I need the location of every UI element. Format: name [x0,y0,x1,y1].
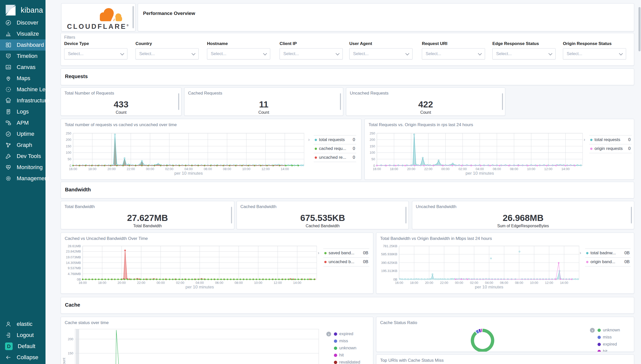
filter-select-origin-response-status[interactable]: Select... [563,48,626,59]
svg-text:10:00: 10:00 [254,281,262,285]
sidebar-item-graph[interactable]: Graph [0,140,45,151]
sidebar-item-machine-le[interactable]: Machine Le... [0,84,45,95]
svg-text:12:00: 12:00 [273,281,282,285]
legend-item-miss[interactable]: miss [326,337,369,345]
chart-bandwidth-vs-origin: Total Bandwidth vs Origin Bandwidth in M… [376,233,634,294]
legend-item-total-requests[interactable]: total requests0 [589,135,632,144]
sidebar-item-logs[interactable]: Logs [0,106,45,117]
panel-title: Top URIs with Cache Status Miss [376,355,634,364]
chart-bandwidth-over-time: Cached vs Uncached Bandwidth Over Time 0… [61,233,373,294]
filter-label: Client IP [280,41,343,46]
legend-item-hit[interactable]: hit [590,348,630,352]
chart-legend: ›saved band...0Buncached b...0B [323,248,369,266]
select-placeholder: Select... [496,51,512,56]
sidebar-item-default[interactable]: DDefault [0,341,45,352]
legend-label: origin band... [590,259,615,264]
legend-color-dot [590,139,592,141]
resize-handle[interactable] [405,207,406,223]
legend-collapse-icon[interactable]: › [308,137,310,142]
sidebar-item-canvas[interactable]: Canvas [0,62,45,73]
panel-scrollbar[interactable] [132,6,134,28]
chevron-down-icon [336,51,340,55]
sidebar-item-label: Visualize [17,31,39,37]
sidebar-item-management[interactable]: Management [0,173,45,184]
filter-select-user-agent[interactable]: Select... [349,48,413,59]
svg-text:150: 150 [370,144,375,148]
legend-label: miss [339,338,348,344]
legend-item-unknown[interactable]: unknown [326,345,369,352]
legend-collapse-icon[interactable]: › [580,250,581,256]
sidebar-item-discover[interactable]: Discover [0,17,45,28]
sidebar-footer: elasticLogoutDDefaultCollapse [0,318,45,363]
legend-color-dot [324,252,327,254]
resize-handle[interactable] [631,207,632,223]
kibana-logo-text: kibana [21,6,43,14]
bandwidth-vs-origin-chart: 0B195.313KB390.625KB585.938KB781.25KB16:… [379,243,582,290]
chart-requests-over-time: Total number of requests vs cached vs un… [61,119,361,180]
svg-text:100: 100 [370,151,375,154]
svg-text:02:00: 02:00 [176,281,185,285]
legend-item-uncached-b[interactable]: uncached b...0B [323,257,369,266]
legend-item-miss[interactable]: miss [590,334,630,341]
sidebar-item-dev-tools[interactable]: Dev Tools [0,151,45,162]
legend-item-hit[interactable]: hit [326,352,369,359]
sidebar-item-dashboard[interactable]: Dashboard [0,39,45,51]
legend-item-cached-requ[interactable]: cached requ...0 [314,144,356,153]
cache-status-ratio-donut [466,324,499,352]
svg-text:per 10 minutes: per 10 minutes [466,171,494,176]
legend-item-expired[interactable]: expired [590,341,630,348]
collapse-icon [5,354,12,361]
sidebar-item-uptime[interactable]: Uptime [0,128,45,140]
sidebar-item-visualize[interactable]: Visualize [0,28,45,39]
select-placeholder: Select... [68,51,83,56]
filter-select-device-type[interactable]: Select... [64,48,127,59]
resize-handle[interactable] [231,207,232,223]
sidebar-item-logout[interactable]: Logout [0,330,45,341]
performance-overview-panel: Performance Overview [138,3,634,31]
graph-icon [5,142,12,148]
legend-collapse-icon[interactable]: › [326,332,331,336]
legend-item-total-badnw[interactable]: total badnw...0B [585,248,631,257]
sidebar-item-maps[interactable]: Maps [0,73,45,84]
resize-handle[interactable] [178,93,179,110]
filter-select-client-ip[interactable]: Select... [280,48,343,59]
legend-label: hit [603,349,607,352]
section-title: Bandwidth [61,182,634,197]
legend-collapse-icon[interactable]: › [584,137,585,142]
legend-item-uncached-re[interactable]: uncached re...0 [314,153,356,162]
sidebar-item-infrastructure[interactable]: Infrastructure [0,95,45,106]
sidebar-item-monitoring[interactable]: Monitoring [0,162,45,173]
kibana-logo[interactable]: kibana [0,0,45,20]
sidebar-item-elastic[interactable]: elastic [0,318,45,330]
svg-text:18:00: 18:00 [390,167,398,171]
chart-title: Total number of requests vs cached vs un… [61,119,361,131]
legend-item-saved-band[interactable]: saved band...0B [323,248,369,257]
svg-text:04:00: 04:00 [185,167,193,171]
legend-item-origin-requests[interactable]: origin requests0 [589,144,632,153]
filter-label: Origin Response Status [563,41,626,46]
legend-item-origin-band[interactable]: origin band...0B [585,257,631,266]
page-scrollbar[interactable] [638,7,640,51]
resize-handle[interactable] [340,93,341,110]
legend-item-total-requests[interactable]: total requests0 [314,135,356,144]
legend-color-dot [586,261,588,263]
resize-handle[interactable] [502,93,503,110]
legend-collapse-icon[interactable]: › [590,328,595,333]
filter-select-hostname[interactable]: Select... [207,48,270,59]
metric-value: 26.968MB [412,213,634,223]
filter-select-request-uri[interactable]: Select... [422,48,485,59]
legend-item-revalidated[interactable]: revalidated [326,359,369,364]
sidebar-item-label: Machine Le... [17,86,50,93]
metric-value: 675.535KB [237,213,408,223]
sidebar-item-apm[interactable]: APM [0,117,45,128]
legend-item-unknown[interactable]: ›unknown [590,327,630,334]
legend-item-expired[interactable]: ›expired [326,330,369,337]
legend-collapse-icon[interactable]: › [318,250,319,256]
chevron-down-icon [548,51,553,55]
filter-select-country[interactable]: Select... [135,48,199,59]
sidebar-item-label: Collapse [17,354,38,361]
sidebar-item-collapse[interactable]: Collapse [0,352,45,363]
sidebar-item-timelion[interactable]: Timelion [0,51,45,62]
filter-select-edge-response-status[interactable]: Select... [492,48,556,59]
legend-label: hit [339,353,344,358]
